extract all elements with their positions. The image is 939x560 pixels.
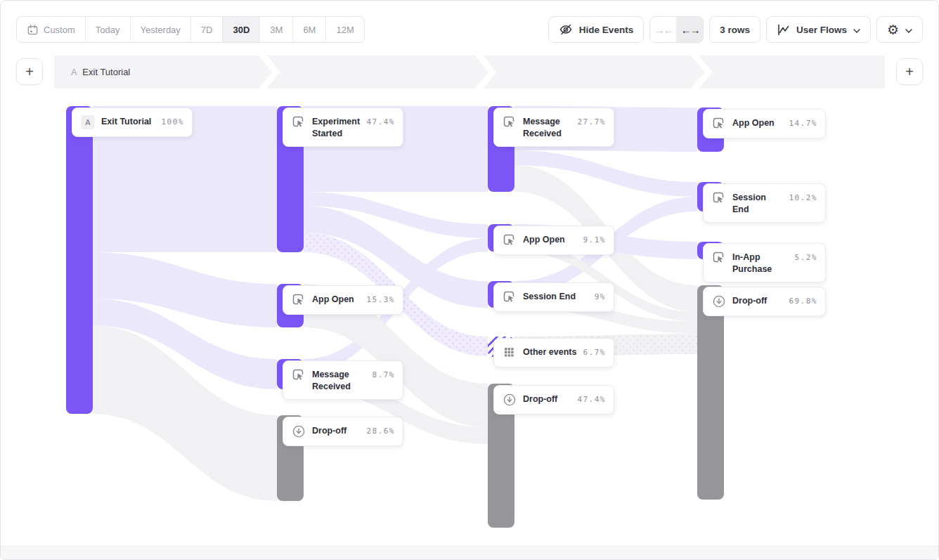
- flow-node-card-app-open-3[interactable]: App Open9.1%: [493, 226, 614, 255]
- date-range-label: 3M: [270, 25, 283, 35]
- node-percentage: 47.4%: [366, 115, 395, 126]
- date-range-selector: CustomTodayYesterday7D30D3M6M12M: [16, 16, 365, 43]
- node-label: Drop-off: [312, 424, 347, 437]
- collapse-expand-toggle: →← ←→: [649, 16, 704, 43]
- event-icon: [711, 116, 727, 131]
- flow-node-card-message-received-2[interactable]: Message Received8.7%: [283, 360, 403, 400]
- node-percentage: 28.6%: [366, 424, 395, 436]
- expand-icon: ←→: [681, 24, 699, 36]
- node-percentage: 69.8%: [789, 294, 817, 306]
- date-range-button-custom[interactable]: Custom: [17, 17, 86, 42]
- hide-events-button[interactable]: Hide Events: [548, 16, 644, 43]
- flow-node-card-message-received-3[interactable]: Message Received27.7%: [493, 108, 614, 147]
- date-range-label: 12M: [336, 25, 354, 35]
- eye-off-icon: [559, 22, 573, 37]
- date-range-label: 7D: [201, 25, 213, 35]
- flow-node-card-app-open-4[interactable]: App Open14.7%: [703, 109, 826, 138]
- node-label: Message Received: [523, 115, 571, 140]
- flow-node-card-session-end-4[interactable]: Session End10.2%: [703, 183, 826, 223]
- event-icon: [291, 115, 306, 130]
- node-percentage: 47.4%: [577, 392, 606, 404]
- step-badge: A: [71, 67, 77, 77]
- node-percentage: 9%: [595, 289, 606, 301]
- flow-node-card-in-app-purchase-4[interactable]: In-App Purchase5.2%: [703, 243, 826, 282]
- steps-header: + A Exit Tutorial +: [1, 56, 938, 89]
- flow-node-card-drop-off-3[interactable]: Drop-off47.4%: [493, 385, 614, 415]
- flow-node-card-experiment-started[interactable]: Experiment Started47.4%: [283, 108, 403, 147]
- node-percentage: 9.1%: [583, 233, 607, 245]
- step-1-label: A Exit Tutorial: [71, 56, 130, 89]
- node-label: App Open: [312, 292, 354, 306]
- expand-columns-button[interactable]: ←→: [676, 17, 703, 42]
- node-percentage: 14.7%: [789, 116, 817, 128]
- node-label: Session End: [732, 190, 783, 216]
- collapse-columns-button[interactable]: →←: [650, 17, 676, 42]
- node-label: Session End: [523, 289, 576, 303]
- step-title: Exit Tutorial: [82, 67, 130, 77]
- flow-node-card-other-events-3[interactable]: Other events6.7%: [493, 338, 614, 367]
- node-label: Other events: [523, 345, 576, 358]
- date-range-button-12m[interactable]: 12M: [326, 17, 363, 42]
- node-label: Drop-off: [732, 294, 767, 307]
- event-icon: [291, 367, 306, 383]
- drop-off-icon: [502, 392, 517, 408]
- flow-node-card-app-open-2[interactable]: App Open15.3%: [283, 285, 403, 315]
- date-range-button-3m[interactable]: 3M: [260, 17, 293, 42]
- node-label: App Open: [732, 116, 775, 129]
- chevron-down-icon: [905, 25, 912, 35]
- date-range-label: 30D: [233, 25, 250, 35]
- step-band[interactable]: A Exit Tutorial: [54, 56, 885, 89]
- flow-node-bar-drop-off-4[interactable]: [697, 285, 724, 500]
- date-range-label: Custom: [44, 25, 75, 35]
- flow-node-card-drop-off-4[interactable]: Drop-off69.8%: [703, 287, 826, 316]
- event-icon: [502, 289, 517, 305]
- chevron-down-icon: [853, 25, 860, 35]
- date-range-button-yesterday[interactable]: Yesterday: [131, 17, 191, 42]
- node-label: Exit Tutorial: [101, 115, 151, 128]
- event-icon: [711, 250, 727, 266]
- toolbar-right: Hide Events →← ←→ 3 rows: [548, 16, 923, 43]
- node-label: App Open: [523, 233, 565, 246]
- view-type-label: User Flows: [796, 25, 847, 35]
- step-chevron-separators: [54, 56, 885, 89]
- other-events-grid-icon: [502, 345, 517, 360]
- rows-button[interactable]: 3 rows: [709, 16, 760, 43]
- date-range-button-today[interactable]: Today: [86, 17, 131, 42]
- node-percentage: 100%: [162, 115, 185, 126]
- flow-node-bar-exit-tutorial[interactable]: [66, 106, 93, 414]
- drop-off-icon: [711, 294, 727, 309]
- node-label: Experiment Started: [312, 115, 361, 140]
- date-range-label: 6M: [303, 25, 316, 35]
- add-step-before-button[interactable]: +: [16, 58, 43, 85]
- date-range-button-30d[interactable]: 30D: [223, 17, 260, 42]
- date-range-button-6m[interactable]: 6M: [293, 17, 326, 42]
- flow-node-card-exit-tutorial[interactable]: AExit Tutorial100%: [72, 108, 193, 137]
- rows-label: 3 rows: [720, 25, 750, 35]
- event-icon: [291, 292, 306, 308]
- toolbar: CustomTodayYesterday7D30D3M6M12M Hide Ev…: [16, 16, 923, 43]
- chart-icon: [777, 23, 790, 37]
- flow-node-card-session-end-3[interactable]: Session End9%: [493, 282, 614, 312]
- node-label: Message Received: [312, 367, 367, 393]
- collapse-icon: →←: [654, 24, 673, 36]
- step-letter-badge: A: [81, 115, 95, 129]
- add-step-after-button[interactable]: +: [896, 58, 923, 85]
- hide-events-label: Hide Events: [579, 25, 633, 35]
- flow-node-card-drop-off-2[interactable]: Drop-off28.6%: [283, 417, 403, 446]
- user-flows-app: CustomTodayYesterday7D30D3M6M12M Hide Ev…: [0, 0, 939, 560]
- plus-icon: +: [25, 64, 34, 80]
- node-percentage: 15.3%: [366, 292, 395, 304]
- node-percentage: 8.7%: [373, 367, 396, 379]
- date-range-button-7d[interactable]: 7D: [191, 17, 224, 42]
- node-percentage: 27.7%: [577, 115, 606, 126]
- calendar-icon: [27, 24, 39, 36]
- node-percentage: 6.7%: [583, 345, 607, 357]
- date-range-label: Yesterday: [141, 25, 181, 35]
- event-icon: [502, 115, 517, 130]
- view-type-dropdown[interactable]: User Flows: [766, 16, 871, 43]
- plus-icon: +: [905, 64, 914, 80]
- settings-dropdown[interactable]: ⚙: [876, 16, 923, 43]
- date-range-label: Today: [96, 25, 120, 35]
- node-label: Drop-off: [523, 392, 557, 405]
- gear-icon: ⚙: [887, 23, 899, 37]
